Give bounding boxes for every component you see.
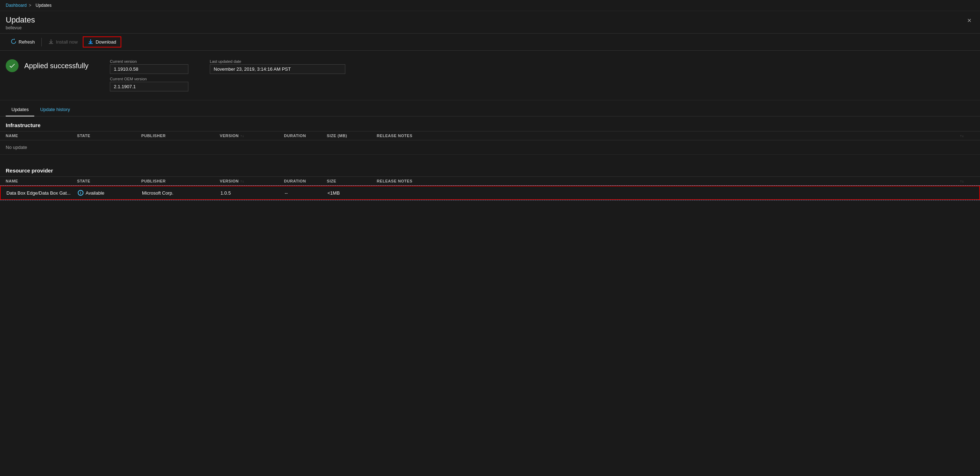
last-updated-input — [210, 64, 345, 74]
resource-provider-table-header: NAME STATE PUBLISHER VERSION ↑↓ DURATION… — [0, 176, 980, 186]
status-section: Applied successfully Current version Cur… — [0, 51, 980, 101]
main-content: Infrastructure NAME STATE PUBLISHER VERS… — [0, 117, 980, 207]
close-button[interactable]: × — [964, 15, 974, 26]
install-now-button[interactable]: Install now — [43, 37, 83, 48]
panel-header: Updates bellevue × — [0, 11, 980, 34]
success-icon — [6, 59, 19, 72]
status-message: Applied successfully — [24, 62, 89, 70]
last-updated-label: Last updated date — [210, 59, 345, 64]
resource-provider-row[interactable]: Data Box Edge/Data Box Gat... i Availabl… — [0, 186, 980, 200]
sort-extra-rp-icon[interactable]: ↑↓ — [960, 179, 964, 183]
col-publisher-infra-label: PUBLISHER — [141, 134, 166, 138]
col-duration-rp-label: DURATION — [284, 179, 306, 183]
col-version-infra-label: VERSION — [220, 134, 239, 138]
col-version-rp-label: VERSION — [220, 179, 239, 183]
current-oem-input — [110, 82, 188, 91]
col-publisher-rp-label: PUBLISHER — [141, 179, 166, 183]
col-size-rp-label: SIZE — [327, 179, 336, 183]
status-date-field: Last updated date — [210, 59, 345, 74]
col-name-rp-label: NAME — [6, 179, 18, 183]
toolbar: Refresh Install now Download — [0, 34, 980, 51]
current-version-field: Current version — [110, 59, 188, 74]
page-title: Updates — [6, 15, 35, 25]
rp-row-state-text: Available — [86, 190, 105, 196]
sort-version-rp-icon[interactable]: ↑↓ — [240, 179, 244, 183]
resource-provider-table: NAME STATE PUBLISHER VERSION ↑↓ DURATION… — [0, 176, 980, 200]
rp-row-size: <1MB — [328, 190, 377, 196]
col-duration-infra: DURATION — [284, 134, 327, 138]
breadcrumb-current: Updates — [36, 3, 52, 8]
refresh-label: Refresh — [19, 39, 35, 45]
col-notes-infra-label: RELEASE NOTES — [377, 134, 412, 138]
col-version-rp: VERSION ↑↓ — [220, 179, 284, 183]
toolbar-sep-1 — [41, 38, 42, 46]
status-left: Applied successfully — [6, 59, 89, 72]
download-label: Download — [95, 39, 116, 45]
col-size-rp: SIZE — [327, 179, 377, 183]
col-extra-infra: ↑↓ — [960, 134, 974, 138]
rp-row-duration: -- — [285, 190, 328, 196]
col-notes-rp-label: RELEASE NOTES — [377, 179, 412, 183]
col-size-infra: SIZE (MB) — [327, 134, 377, 138]
col-duration-infra-label: DURATION — [284, 134, 306, 138]
no-update-message: No update — [6, 145, 27, 150]
rp-row-publisher: Microsoft Corp. — [142, 190, 221, 196]
col-size-infra-label: SIZE (MB) — [327, 134, 347, 138]
page-subtitle: bellevue — [6, 26, 35, 30]
col-publisher-rp: PUBLISHER — [141, 179, 220, 183]
col-duration-rp: DURATION — [284, 179, 327, 183]
tab-updates[interactable]: Updates — [6, 103, 34, 117]
infrastructure-table-header: NAME STATE PUBLISHER VERSION ↑↓ DURATION… — [0, 131, 980, 141]
breadcrumb-separator: > — [29, 3, 32, 8]
col-version-infra: VERSION ↑↓ — [220, 134, 284, 138]
refresh-button[interactable]: Refresh — [6, 37, 40, 48]
tabs-row: Updates Update history — [0, 103, 980, 117]
last-updated-field: Last updated date — [210, 59, 345, 74]
col-state-infra: STATE — [77, 134, 141, 138]
col-name-infra: NAME — [6, 134, 77, 138]
rp-row-name: Data Box Edge/Data Box Gat... — [6, 190, 78, 196]
col-notes-infra: RELEASE NOTES — [377, 134, 960, 138]
col-state-infra-label: STATE — [77, 134, 90, 138]
install-label: Install now — [56, 39, 78, 45]
infrastructure-title: Infrastructure — [0, 117, 980, 131]
breadcrumb-dashboard-link[interactable]: Dashboard — [6, 3, 27, 8]
info-circle-icon: i — [78, 190, 83, 196]
col-state-rp: STATE — [77, 179, 141, 183]
col-name-infra-label: NAME — [6, 134, 18, 138]
resource-provider-section: Resource provider NAME STATE PUBLISHER V… — [0, 162, 980, 200]
col-name-rp: NAME — [6, 179, 77, 183]
rp-row-version: 1.0.5 — [221, 190, 285, 196]
col-state-rp-label: STATE — [77, 179, 90, 183]
rp-row-state: i Available — [78, 190, 142, 196]
current-oem-field: Current OEM version — [110, 77, 188, 91]
col-publisher-infra: PUBLISHER — [141, 134, 220, 138]
tab-update-history[interactable]: Update history — [34, 103, 76, 117]
resource-provider-title: Resource provider — [0, 162, 980, 176]
download-icon — [88, 38, 94, 45]
current-version-input — [110, 64, 188, 74]
refresh-icon — [11, 38, 16, 45]
install-icon — [48, 38, 54, 45]
status-version-fields: Current version Current OEM version — [110, 59, 188, 91]
current-version-label: Current version — [110, 59, 188, 64]
col-notes-rp: RELEASE NOTES — [377, 179, 960, 183]
infrastructure-table: NAME STATE PUBLISHER VERSION ↑↓ DURATION… — [0, 131, 980, 155]
breadcrumb: Dashboard > Updates — [0, 0, 980, 11]
sort-version-infra-icon[interactable]: ↑↓ — [240, 134, 244, 138]
infrastructure-empty-row: No update — [0, 141, 980, 155]
current-oem-label: Current OEM version — [110, 77, 188, 81]
sort-extra-infra-icon[interactable]: ↑↓ — [960, 134, 964, 138]
col-extra-rp: ↑↓ — [960, 179, 974, 183]
download-button[interactable]: Download — [83, 37, 121, 48]
